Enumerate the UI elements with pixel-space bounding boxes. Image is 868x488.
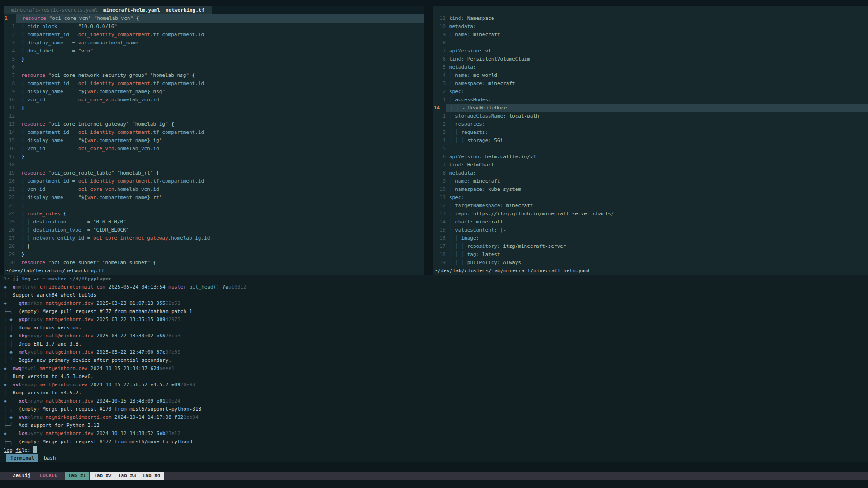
code-line[interactable]: 26│ │ destination_type = "CIDR_BLOCK"	[4, 226, 424, 234]
code-line[interactable]: 11}	[4, 104, 424, 112]
code-line[interactable]: 9│ display_name = "${var.compartment_nam…	[4, 88, 424, 96]
code-line[interactable]: 5metadata:	[433, 63, 868, 71]
code-line[interactable]: 23│	[4, 202, 424, 210]
terminal-line[interactable]: │ │ Drop EOL 3.7 and 3.8.	[4, 340, 868, 348]
code-line[interactable]: 3│ namespace: minecraft	[433, 80, 868, 88]
code-line[interactable]: 7resource "oci_core_network_security_gro…	[4, 71, 424, 80]
code-line[interactable]: 9│ name: minecraft	[433, 31, 868, 39]
code-line[interactable]: 19│ │ │ pullPolicy: Always	[433, 259, 868, 267]
terminal-line[interactable]: ├─╮ (empty) Merge pull request #172 from…	[4, 438, 868, 446]
code-line[interactable]: 1│ accessModes:	[433, 96, 868, 104]
code-line[interactable]: 6apiVersion: helm.cattle.io/v1	[433, 153, 868, 161]
terminal-pane-jj-log[interactable]: 1: jj log -r ::master ~/d/ffpyplayer◆ qm…	[0, 275, 868, 462]
terminal-line[interactable]: ◆ vvlsvpxp matt@einhorn.dev 2024-10-15 2…	[4, 381, 868, 389]
code-line[interactable]: 18│ │ │ tag: latest	[433, 251, 868, 259]
terminal-line[interactable]: ├─╮ (empty) Merge pull request #177 from…	[4, 308, 868, 316]
code-line[interactable]: 10│ namespace: kube-system	[433, 185, 868, 194]
code-line[interactable]: 16│ vcn_id = oci_core_vcn.homelab_vcn.id	[4, 145, 424, 153]
code-line[interactable]: 18	[4, 161, 424, 169]
code-line[interactable]: 12│ targetNamespace: minecraft	[433, 202, 868, 210]
buffer-tab-minecraft-restic-secrets.yaml[interactable]: minecraft-restic-secrets.yaml	[8, 6, 100, 14]
zellij-tab-tab-3[interactable]: Tab #3	[115, 472, 139, 480]
code-line[interactable]: 24│ route_rules {	[4, 210, 424, 218]
code-line[interactable]: 1│ cidr_block = "10.0.0.0/16"	[4, 23, 424, 31]
code-line[interactable]: 20│ compartment_id = oci_identity_compar…	[4, 177, 424, 185]
zellij-tab-tab-1[interactable]: Tab #1	[65, 472, 90, 480]
code-line[interactable]: 22│ display_name = "${var.compartment_na…	[4, 194, 424, 202]
terminal-line[interactable]: ├─╯ Add support for Python 3.13	[4, 422, 868, 430]
code-line[interactable]: 2│ resources:	[433, 120, 868, 128]
terminal-line[interactable]: log file:	[4, 446, 868, 454]
code-line[interactable]: 11spec:	[433, 194, 868, 202]
code-line[interactable]: 25│ │ destination = "0.0.0.0/0"	[4, 218, 424, 226]
code-line[interactable]: 7kind: HelmChart	[433, 161, 868, 169]
code-line[interactable]: 4│ dns_label = "vcn"	[4, 47, 424, 55]
code-line[interactable]: 1│ storageClassName: local-path	[433, 112, 868, 120]
code-line[interactable]: 10metadata:	[433, 23, 868, 31]
terminal-line[interactable]: │ ◆ vvxxlrnu me@mirkogalimberti.com 2024…	[4, 413, 868, 422]
terminal-line[interactable]: │ ◆ tkynxvqz matt@einhorn.dev 2025-03-22…	[4, 332, 868, 340]
code-line[interactable]: 17│ │ │ repository: itzg/minecraft-serve…	[433, 242, 868, 251]
terminal-line[interactable]: │ │ Bump actions version.	[4, 324, 868, 332]
terminal-line[interactable]: ├─╯ Begin new primary device after poten…	[4, 356, 868, 365]
code-line[interactable]: 13resource "oci_core_internet_gateway" "…	[4, 120, 424, 128]
code-line[interactable]: 2│ compartment_id = oci_identity_compart…	[4, 31, 424, 39]
code-line[interactable]: 14│ │ - ReadWriteOnce	[433, 104, 868, 112]
terminal-line[interactable]: │ ◆ mrlyvplo matt@einhorn.dev 2025-03-22…	[4, 348, 868, 356]
editor-pane-networking-tf[interactable]: minecraft-restic-secrets.yamlminecraft-h…	[4, 6, 424, 275]
code-line[interactable]: 28│ }	[4, 242, 424, 251]
terminal-line[interactable]: │ Bump version to v4.5.2.	[4, 389, 868, 397]
code-line[interactable]: 2spec:	[433, 88, 868, 96]
code-line[interactable]: 4│ name: mc-world	[433, 71, 868, 80]
terminal-line[interactable]: ◆ qmxttryn cjriddz@protonmail.com 2025-0…	[4, 283, 868, 291]
code-line[interactable]: 3│ │ requests:	[433, 128, 868, 137]
code-line[interactable]: 6	[4, 63, 424, 71]
code-area-terraform[interactable]: 1resource "oci_core_vcn" "homelab_vcn" {…	[4, 14, 424, 267]
buffer-tab-networking.tf[interactable]: networking.tf	[163, 6, 207, 14]
code-line[interactable]: 5---	[433, 145, 868, 153]
terminal-line[interactable]: │ Support aarch64 wheel builds	[4, 291, 868, 299]
line-content: │ ◆ yqptqxsy matt@einhorn.dev 2025-03-22…	[4, 316, 868, 324]
terminal-line[interactable]: 1: jj log -r ::master ~/d/ffpyplayer	[4, 275, 868, 283]
code-line[interactable]: 12	[4, 112, 424, 120]
line-content: │ cidr_block = "10.0.0.0/16"	[15, 23, 424, 31]
zellij-tab-tab-2[interactable]: Tab #2	[90, 472, 115, 480]
code-line[interactable]: 6kind: PersistentVolumeClaim	[433, 55, 868, 63]
terminal-line[interactable]: │ Bump version to 4.5.3.dev0.	[4, 373, 868, 381]
code-line[interactable]: 8---	[433, 39, 868, 47]
code-line[interactable]: 4│ │ │ storage: 5Gi	[433, 137, 868, 145]
code-area-yaml[interactable]: 11kind: Namespace10metadata:9│ name: min…	[433, 14, 868, 267]
code-line[interactable]: 29}	[4, 251, 424, 259]
code-line[interactable]: 11kind: Namespace	[433, 14, 868, 23]
code-line[interactable]: 14│ chart: minecraft	[433, 218, 868, 226]
terminal-line[interactable]: ◆ losuysty matt@einhorn.dev 2024-10-12 1…	[4, 430, 868, 438]
code-line[interactable]: 8metadata:	[433, 169, 868, 177]
terminal-mode-chip[interactable]: Terminal	[6, 454, 38, 462]
code-line[interactable]: 1resource "oci_core_vcn" "homelab_vcn" {	[4, 14, 424, 23]
code-line[interactable]: 17}	[4, 153, 424, 161]
code-line[interactable]: 9│ name: minecraft	[433, 177, 868, 185]
code-line[interactable]: 5}	[4, 55, 424, 63]
code-line[interactable]: 21│ vcn_id = oci_core_vcn.homelab_vcn.id	[4, 185, 424, 194]
terminal-line[interactable]: ◆ qtnorkxn matt@einhorn.dev 2025-03-23 0…	[4, 299, 868, 308]
terminal-line[interactable]: ├─╮ (empty) Merge pull request #170 from…	[4, 405, 868, 413]
code-line[interactable]: 19resource "oci_core_route_table" "homel…	[4, 169, 424, 177]
code-line[interactable]: 15│ valuesContent: |-	[433, 226, 868, 234]
buffer-tab-minecraft-helm.yaml[interactable]: minecraft-helm.yaml	[100, 6, 163, 14]
terminal-line[interactable]: ◆ xolmnzvw matt@einhorn.dev 2024-10-15 1…	[4, 397, 868, 405]
code-line[interactable]: 10│ vcn_id = oci_core_vcn.homelab_vcn.id	[4, 96, 424, 104]
code-line[interactable]: 7apiVersion: v1	[433, 47, 868, 55]
code-line[interactable]: 16│ │ image:	[433, 234, 868, 242]
zellij-tab-tab-4[interactable]: Tab #4	[139, 472, 164, 480]
terminal-line[interactable]: │ ◆ yqptqxsy matt@einhorn.dev 2025-03-22…	[4, 316, 868, 324]
code-line[interactable]: 8│ compartment_id = oci_identity_compart…	[4, 80, 424, 88]
code-line[interactable]: 15│ display_name = "${var.compartment_na…	[4, 137, 424, 145]
editor-pane-minecraft-helm-yaml[interactable]: 11kind: Namespace10metadata:9│ name: min…	[433, 6, 868, 275]
code-line[interactable]: 3│ display_name = var.compartment_name	[4, 39, 424, 47]
line-number: 3	[433, 80, 446, 88]
terminal-line[interactable]: ◆ mwqtswol matt@einhorn.dev 2024-10-15 2…	[4, 365, 868, 373]
code-line[interactable]: 13│ repo: https://itzg.github.io/minecra…	[433, 210, 868, 218]
code-line[interactable]: 27│ │ network_entity_id = oci_core_inter…	[4, 234, 424, 242]
code-line[interactable]: 30resource "oci_core_subnet" "homelab_su…	[4, 259, 424, 267]
code-line[interactable]: 14│ compartment_id = oci_identity_compar…	[4, 128, 424, 137]
